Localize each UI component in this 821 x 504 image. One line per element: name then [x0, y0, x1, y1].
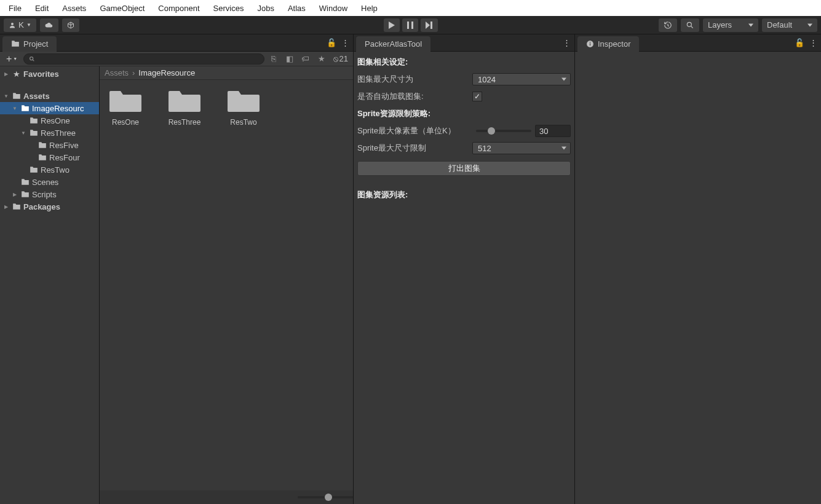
- expand-arrow-icon[interactable]: [20, 130, 27, 136]
- menu-services[interactable]: Services: [207, 1, 250, 15]
- sprite-max-pixels-slider[interactable]: [476, 130, 531, 132]
- hidden-toggle[interactable]: ⦸ 21: [331, 54, 351, 64]
- layers-dropdown[interactable]: Layers: [703, 18, 758, 32]
- tree-restwo[interactable]: ResTwo: [0, 163, 99, 176]
- expand-arrow-icon[interactable]: [11, 192, 18, 197]
- project-panel: Project 🔓 ⋮ + ▼ ⎘ ◧ 🏷 ★ ⦸ 21: [0, 34, 354, 504]
- tab-project-label: Project: [23, 39, 48, 49]
- star-icon: ★: [318, 54, 325, 63]
- tree-packages[interactable]: Packages: [0, 200, 99, 213]
- row-sprite-max-pixels: Sprite最大像素量（单位K） 30: [357, 124, 571, 138]
- sprite-max-size-dropdown[interactable]: 512: [472, 142, 571, 154]
- search-button[interactable]: [681, 18, 699, 32]
- pause-button[interactable]: [402, 18, 418, 32]
- cloud-button[interactable]: [40, 18, 58, 32]
- panel-lock-button[interactable]: 🔓: [794, 37, 805, 49]
- project-search[interactable]: [23, 53, 264, 65]
- asset-grid: ResOne ResThree ResTwo: [100, 80, 353, 490]
- tab-inspector[interactable]: Inspector: [577, 36, 639, 52]
- tree-resthree[interactable]: ResThree: [0, 127, 99, 139]
- tree-resone[interactable]: ResOne: [0, 114, 99, 127]
- packer-panel: PackerAtlasTool ⋮ 图集相关设定: 图集最大尺寸为 1024 是…: [354, 34, 575, 504]
- menu-window[interactable]: Window: [313, 1, 354, 15]
- kebab-icon: ⋮: [563, 38, 571, 47]
- folder-icon: [226, 87, 261, 114]
- search-context-button[interactable]: ⎘: [267, 53, 280, 65]
- folder-icon: [167, 87, 202, 114]
- grid-item-resthree[interactable]: ResThree: [164, 87, 205, 127]
- folder-icon: [21, 190, 30, 199]
- breadcrumb-root[interactable]: Assets: [105, 68, 129, 77]
- menu-file[interactable]: File: [2, 1, 28, 15]
- sprite-max-pixels-value[interactable]: 30: [535, 125, 571, 137]
- search-icon: [686, 21, 694, 30]
- folder-icon: [12, 92, 21, 100]
- expand-arrow-icon[interactable]: [11, 106, 18, 111]
- folder-icon: [38, 141, 47, 149]
- menu-atlas[interactable]: Atlas: [282, 1, 312, 15]
- tree-assets[interactable]: Assets: [0, 90, 99, 102]
- cube-icon: [67, 22, 74, 29]
- play-button[interactable]: [384, 18, 400, 32]
- tab-project[interactable]: Project: [2, 36, 57, 52]
- tree-scripts[interactable]: Scripts: [0, 188, 99, 200]
- menu-help[interactable]: Help: [355, 1, 384, 15]
- layout-dropdown[interactable]: Default: [762, 18, 817, 32]
- tree-label: ResTwo: [41, 165, 69, 175]
- menu-component[interactable]: Component: [152, 1, 205, 15]
- account-button[interactable]: K ▼: [4, 18, 36, 32]
- tab-packeratlastool[interactable]: PackerAtlasTool: [356, 36, 430, 52]
- panel-menu-button[interactable]: ⋮: [339, 37, 351, 49]
- search-icon: [29, 56, 35, 62]
- tree-label: ResFour: [49, 153, 80, 162]
- person-icon: [9, 22, 16, 29]
- folder-open-icon: [21, 104, 30, 112]
- panel-menu-button[interactable]: ⋮: [807, 37, 819, 49]
- breadcrumb: Assets › ImageResource: [100, 66, 353, 80]
- tree-resfour[interactable]: ResFour: [0, 151, 99, 163]
- tree-favorites[interactable]: ★ Favorites: [0, 68, 99, 80]
- menu-assets[interactable]: Assets: [56, 1, 92, 15]
- menu-gameobject[interactable]: GameObject: [93, 1, 151, 15]
- layers-label: Layers: [708, 20, 732, 30]
- panel-menu-button[interactable]: ⋮: [561, 37, 572, 49]
- folder-icon: [21, 178, 30, 186]
- thumbnail-size-slider[interactable]: [298, 496, 347, 498]
- dropdown-value: 512: [478, 144, 491, 153]
- breadcrumb-current[interactable]: ImageResource: [138, 68, 195, 77]
- chevron-down-icon: ▼: [13, 57, 17, 61]
- expand-arrow-icon[interactable]: [2, 71, 10, 77]
- expand-arrow-icon[interactable]: [2, 204, 10, 210]
- tree-label: Favorites: [23, 69, 59, 79]
- menu-edit[interactable]: Edit: [29, 1, 55, 15]
- hidden-count: 21: [339, 54, 348, 63]
- tree-imageresource[interactable]: ImageResourc: [0, 102, 99, 114]
- project-tree: ★ Favorites Assets ImageResourc: [0, 66, 100, 504]
- panel-lock-button[interactable]: 🔓: [326, 37, 337, 49]
- section-sprite-limits: Sprite资源限制策略:: [357, 107, 571, 120]
- package-button[interactable]: [62, 18, 79, 32]
- tree-resfive[interactable]: ResFive: [0, 139, 99, 151]
- atlas-max-size-dropdown[interactable]: 1024: [472, 73, 571, 85]
- grid-item-restwo[interactable]: ResTwo: [223, 87, 264, 127]
- favorite-save-button[interactable]: ★: [315, 53, 328, 65]
- build-atlas-button[interactable]: 打出图集: [357, 161, 571, 176]
- autoload-checkbox[interactable]: ✓: [472, 92, 482, 101]
- create-button[interactable]: + ▼: [2, 53, 21, 65]
- grid-item-resone[interactable]: ResOne: [105, 87, 146, 127]
- filter-type-button[interactable]: ◧: [283, 53, 296, 65]
- sprite-max-pixels-label: Sprite最大像素量（单位K）: [357, 125, 476, 136]
- row-atlas-max-size: 图集最大尺寸为 1024: [357, 73, 571, 86]
- tree-label: Assets: [23, 92, 50, 101]
- undo-history-button[interactable]: [659, 18, 677, 32]
- tree-label: Scenes: [32, 178, 58, 187]
- expand-arrow-icon[interactable]: [2, 93, 10, 99]
- tree-scenes[interactable]: Scenes: [0, 176, 99, 188]
- build-button-label: 打出图集: [448, 163, 480, 174]
- step-button[interactable]: [421, 18, 438, 32]
- menu-jobs[interactable]: Jobs: [251, 1, 280, 15]
- packer-body: 图集相关设定: 图集最大尺寸为 1024 是否自动加载图集: ✓ Sprite资…: [354, 52, 574, 504]
- filter-label-button[interactable]: 🏷: [299, 53, 312, 65]
- svg-rect-2: [411, 22, 413, 29]
- project-panel-header: Project 🔓 ⋮: [0, 34, 353, 52]
